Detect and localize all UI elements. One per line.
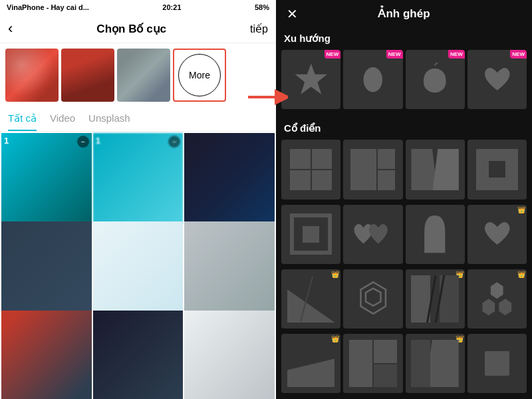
time-text: 20:21 [162, 3, 181, 11]
grid-item-9[interactable] [184, 311, 275, 399]
new-badge-1: NEW [325, 50, 341, 59]
more-button-wrapper[interactable]: More [173, 49, 226, 102]
trending-item-3[interactable]: NEW [406, 50, 465, 109]
count-badge-1: 1 [4, 136, 9, 146]
grid-item-6[interactable] [184, 221, 275, 312]
svg-marker-2 [295, 64, 327, 94]
classic-item-row4-3[interactable]: 👑 [406, 334, 465, 393]
top-nav: ‹ Chọn Bố cục tiếp [0, 15, 276, 43]
classic-grid-row1 [276, 137, 532, 201]
grid-item-4[interactable] [1, 221, 92, 312]
right-header: ✕ Ảnh ghép [276, 0, 532, 27]
classic-item-1plus2[interactable] [343, 140, 402, 199]
grid-item-1[interactable]: 1 − [1, 133, 92, 223]
svg-marker-8 [499, 299, 511, 315]
svg-marker-6 [491, 282, 503, 299]
hex-icon [352, 278, 394, 319]
photo-thumb-apples[interactable] [5, 49, 59, 102]
classic-item-frame[interactable] [281, 205, 340, 264]
tabs-row: Tất cả Video Unsplash [0, 107, 276, 132]
left-panel: VinaPhone - Hay cai d... 20:21 58% ‹ Chọ… [0, 0, 276, 399]
battery-text: 58% [255, 3, 269, 11]
back-button[interactable]: ‹ [8, 20, 13, 37]
more-label: More [189, 70, 210, 80]
egg-shape-icon [355, 62, 391, 98]
grid-item-2[interactable]: 1 − [93, 133, 184, 223]
photo-thumb-bowl[interactable] [61, 49, 114, 102]
status-bar: VinaPhone - Hay cai d... 20:21 58% [0, 0, 276, 15]
grid-item-3[interactable] [184, 133, 275, 223]
classic-section-label: Cổ điển [276, 117, 532, 137]
grid-item-7[interactable] [1, 311, 92, 399]
close-button[interactable]: ✕ [287, 6, 298, 22]
photo-thumbnail-row: More [0, 43, 276, 107]
tab-all[interactable]: Tất cả [8, 112, 37, 131]
arch-shape-icon [417, 213, 453, 255]
svg-point-3 [364, 67, 383, 92]
grid-item-5[interactable] [93, 221, 184, 312]
classic-grid-row4: 👑 👑 [276, 331, 532, 396]
more-circle: More [178, 54, 221, 96]
classic-item-hearts[interactable] [343, 205, 402, 264]
arrow-icon [248, 87, 288, 107]
trending-section-label: Xu hướng [276, 27, 532, 47]
classic-item-2col[interactable] [281, 140, 340, 199]
classic-grid-row3: 👑 👑 👑 [276, 267, 532, 331]
crown-badge-1: 👑 [516, 205, 527, 215]
apple-shape-icon [417, 62, 453, 98]
remove-btn-2[interactable]: − [168, 136, 180, 148]
trending-grid: NEW NEW NEW NEW [276, 47, 532, 112]
svg-marker-4 [360, 282, 385, 313]
trending-item-4[interactable]: NEW [467, 50, 527, 109]
crowned-heart-icon [479, 216, 515, 252]
image-grid: 1 − 1 − [0, 132, 276, 399]
crown-badge-4: 👑 [516, 269, 527, 279]
photo-thumb-dog[interactable] [117, 49, 170, 102]
count-badge-2: 1 [96, 136, 100, 146]
trending-item-2[interactable]: NEW [343, 50, 402, 109]
right-panel: ✕ Ảnh ghép Xu hướng NEW NEW NEW NEW [276, 0, 532, 399]
two-hearts-icon [350, 212, 395, 257]
classic-item-row4-2[interactable] [343, 334, 402, 393]
right-panel-title: Ảnh ghép [378, 7, 430, 21]
classic-item-single[interactable] [467, 140, 527, 199]
new-badge-4: NEW [510, 50, 527, 59]
new-badge-2: NEW [386, 50, 403, 59]
star-shape-icon [293, 62, 329, 98]
remove-btn-1[interactable]: − [77, 136, 89, 148]
classic-item-3diag-crown[interactable]: 👑 [406, 269, 465, 329]
classic-item-arch[interactable] [406, 205, 465, 264]
trending-item-1[interactable]: NEW [281, 50, 340, 109]
classic-item-diag-crown[interactable]: 👑 [281, 269, 340, 329]
classic-item-heart-crown[interactable]: 👑 [467, 205, 527, 264]
svg-marker-5 [366, 289, 380, 306]
hexgrid-icon [476, 278, 517, 319]
grid-item-8[interactable] [93, 311, 184, 399]
classic-item-diagonal[interactable] [406, 140, 465, 199]
heart-shape-icon [479, 62, 515, 98]
tab-video[interactable]: Video [50, 112, 75, 131]
next-button[interactable]: tiếp [250, 23, 268, 35]
carrier-text: VinaPhone - Hay cai d... [7, 3, 89, 11]
classic-item-row4-4[interactable] [467, 334, 527, 393]
classic-item-hexgrid-crown[interactable]: 👑 [467, 269, 527, 329]
page-title: Chọn Bố cục [96, 22, 166, 36]
svg-marker-7 [483, 299, 495, 315]
classic-grid-row2: 👑 [276, 202, 532, 267]
tab-unsplash[interactable]: Unsplash [88, 112, 130, 131]
classic-item-row4-1[interactable]: 👑 [281, 334, 340, 393]
classic-item-hex[interactable] [343, 269, 402, 329]
new-badge-3: NEW [448, 50, 465, 59]
